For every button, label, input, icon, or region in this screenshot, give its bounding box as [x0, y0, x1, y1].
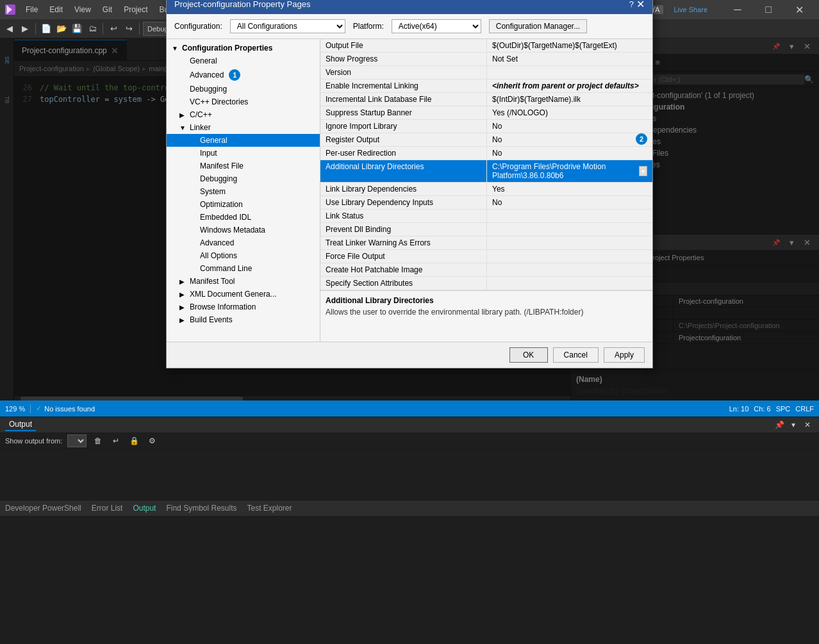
- menu-git[interactable]: Git: [97, 4, 117, 15]
- dialog-prop-desc-title: Additional Library Directories: [326, 296, 647, 305]
- build-events-label: Build Events: [190, 315, 233, 324]
- tree-linker-debugging[interactable]: Debugging: [167, 172, 320, 185]
- linker-opt-label: Optimization: [200, 200, 243, 209]
- output-text-area: [0, 449, 819, 500]
- dialog-help-icon[interactable]: ?: [629, 0, 634, 9]
- bottom-tab-output[interactable]: Output: [133, 502, 156, 514]
- back-button[interactable]: ◀: [3, 22, 17, 36]
- no-issues-status: ✓ No issues found: [36, 404, 95, 413]
- tree-advanced-top[interactable]: Advanced 1: [167, 67, 320, 83]
- tree-all-options[interactable]: All Options: [167, 249, 320, 262]
- pg-row-hot-patch: Create Hot Patchable Image: [320, 263, 652, 277]
- output-pin-button[interactable]: 📌: [773, 418, 786, 431]
- menu-project[interactable]: Project: [119, 4, 153, 15]
- tree-linker-system[interactable]: System: [167, 185, 320, 198]
- pg-per-user-value: No: [487, 147, 652, 160]
- tree-xml-doc-gen[interactable]: ▶ XML Document Genera...: [167, 288, 320, 301]
- tree-linker-optimization[interactable]: Optimization: [167, 198, 320, 211]
- browse-info-arrow: ▶: [179, 304, 187, 311]
- pg-incr-link-name: Enable Incremental Linking: [320, 79, 487, 92]
- linker-system-label: System: [200, 187, 226, 196]
- pg-add-lib-dirs-btn[interactable]: ▾: [639, 166, 647, 176]
- save-all-button[interactable]: 🗂: [85, 22, 99, 36]
- menu-file[interactable]: File: [21, 4, 43, 15]
- tree-vcpp-dirs[interactable]: VC++ Directories: [167, 95, 320, 108]
- tree-cpp[interactable]: ▶ C/C++: [167, 108, 320, 121]
- pg-link-lib-deps-name: Link Library Dependencies: [320, 183, 487, 195]
- tree-config-props[interactable]: ▼ Configuration Properties: [167, 42, 320, 54]
- platform-dropdown[interactable]: Active(x64): [392, 19, 481, 33]
- output-clear-button[interactable]: 🗑: [92, 434, 104, 447]
- bottom-tabs: Developer PowerShell Error List Output F…: [0, 500, 819, 516]
- general-label: General: [190, 56, 217, 65]
- show-output-label: Show output from:: [5, 437, 62, 445]
- output-wrap-button[interactable]: ↵: [110, 434, 122, 447]
- pg-version-name: Version: [320, 66, 487, 79]
- tree-general[interactable]: General: [167, 54, 320, 67]
- config-props-arrow: ▼: [172, 45, 179, 52]
- save-button[interactable]: 💾: [70, 22, 84, 36]
- pg-section-attrs-name: Specify Section Attributes: [320, 277, 487, 290]
- menu-edit[interactable]: Edit: [44, 4, 68, 15]
- tree-manifest-tool[interactable]: ▶ Manifest Tool: [167, 275, 320, 288]
- col-number-status: Ch: 6: [754, 405, 770, 413]
- bottom-tab-find-symbol[interactable]: Find Symbol Results: [166, 502, 236, 514]
- dialog-overlay: Project-configuration Property Pages ? ✕…: [0, 38, 819, 400]
- pg-add-lib-dirs-text: C:\Program Files\Prodrive Motion Platfor…: [492, 162, 639, 180]
- pg-row-section-attrs: Specify Section Attributes: [320, 277, 652, 290]
- tree-browse-info[interactable]: ▶ Browse Information: [167, 301, 320, 313]
- xml-doc-arrow: ▶: [179, 291, 187, 298]
- vcpp-dirs-label: VC++ Directories: [190, 97, 248, 106]
- open-button[interactable]: 📂: [54, 22, 69, 36]
- output-panel: Output 📌 ▾ ✕ Show output from: 🗑 ↵ 🔒 ⚙: [0, 417, 819, 500]
- pg-version-value: [487, 66, 652, 79]
- maximize-button[interactable]: □: [754, 0, 783, 19]
- new-file-button[interactable]: 📄: [39, 22, 53, 36]
- close-button[interactable]: ✕: [784, 0, 814, 19]
- config-props-label: Configuration Properties: [182, 44, 272, 53]
- output-close-button[interactable]: ✕: [801, 418, 814, 431]
- pg-row-add-lib-dirs[interactable]: Additional Library Directories C:\Progra…: [320, 160, 652, 183]
- bottom-tab-test-explorer[interactable]: Test Explorer: [247, 502, 292, 514]
- embedded-idl-label: Embedded IDL: [200, 213, 251, 222]
- tree-windows-metadata[interactable]: Windows Metadata: [167, 224, 320, 236]
- dialog-ok-button[interactable]: OK: [509, 347, 548, 363]
- linker-input-label: Input: [200, 149, 217, 158]
- output-lock-button[interactable]: 🔒: [128, 434, 140, 447]
- config-dropdown[interactable]: All Configurations: [230, 19, 345, 33]
- tree-linker-input[interactable]: Input: [167, 147, 320, 160]
- tree-manifest-file[interactable]: Manifest File: [167, 160, 320, 172]
- advanced-top-label: Advanced: [190, 70, 224, 79]
- minimize-button[interactable]: ─: [723, 0, 752, 19]
- bottom-tab-error-list[interactable]: Error List: [92, 502, 123, 514]
- dialog-apply-button[interactable]: Apply: [604, 347, 645, 363]
- tree-linker[interactable]: ▼ Linker: [167, 121, 320, 134]
- pg-prevent-dll-value: [487, 223, 652, 236]
- output-settings-button[interactable]: ⚙: [145, 434, 158, 447]
- output-tab-active[interactable]: Output: [5, 418, 36, 431]
- status-bar: 129 % ✓ No issues found Ln: 10 Ch: 6 SPC…: [0, 400, 819, 417]
- output-menu-button[interactable]: ▾: [787, 418, 800, 431]
- menu-view[interactable]: View: [69, 4, 96, 15]
- config-manager-button[interactable]: Configuration Manager...: [489, 19, 587, 33]
- tree-build-events[interactable]: ▶ Build Events: [167, 313, 320, 326]
- tree-embedded-idl[interactable]: Embedded IDL: [167, 211, 320, 224]
- tree-linker-advanced[interactable]: Advanced: [167, 236, 320, 249]
- dialog-cancel-button[interactable]: Cancel: [553, 347, 599, 363]
- dialog-prop-desc-box: Additional Library Directories Allows th…: [320, 290, 652, 342]
- undo-button[interactable]: ↩: [106, 22, 120, 36]
- line-ending-status: CRLF: [795, 405, 814, 413]
- cpp-arrow: ▶: [179, 111, 187, 119]
- tree-debugging-top[interactable]: Debugging: [167, 83, 320, 95]
- window-controls: ─ □ ✕: [723, 0, 814, 19]
- forward-button[interactable]: ▶: [18, 22, 32, 36]
- dialog-footer: OK Cancel Apply: [167, 342, 652, 368]
- output-header: Output 📌 ▾ ✕: [0, 417, 819, 433]
- live-share-btn[interactable]: Live Share: [674, 6, 707, 13]
- output-source-dropdown[interactable]: [67, 434, 87, 447]
- tree-linker-general[interactable]: General: [167, 134, 320, 147]
- bottom-tab-dev-powershell[interactable]: Developer PowerShell: [5, 502, 81, 514]
- tree-command-line[interactable]: Command Line: [167, 262, 320, 275]
- redo-button[interactable]: ↪: [122, 22, 136, 36]
- dialog-close-button[interactable]: ✕: [636, 0, 645, 10]
